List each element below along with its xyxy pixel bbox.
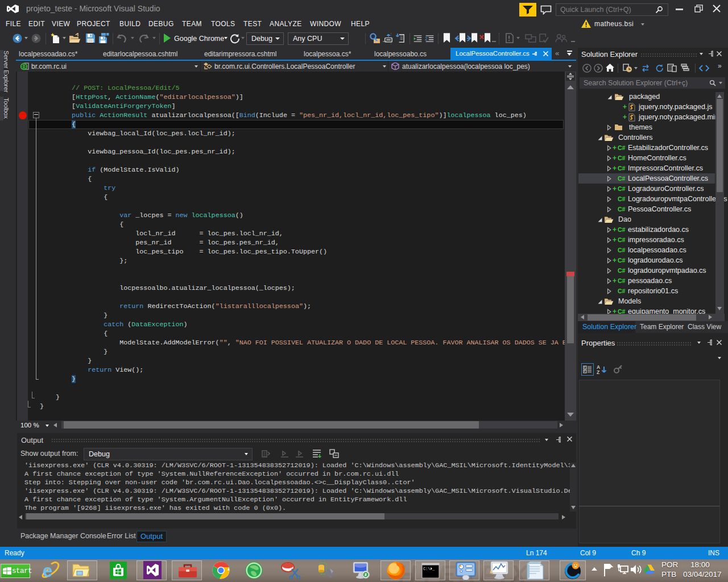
svg-text:C:\⏵_: C:\⏵_ — [423, 567, 435, 571]
svg-text:Z: Z — [597, 369, 599, 375]
svg-text:2: 2 — [425, 36, 428, 41]
svg-text:e: e — [43, 561, 52, 580]
